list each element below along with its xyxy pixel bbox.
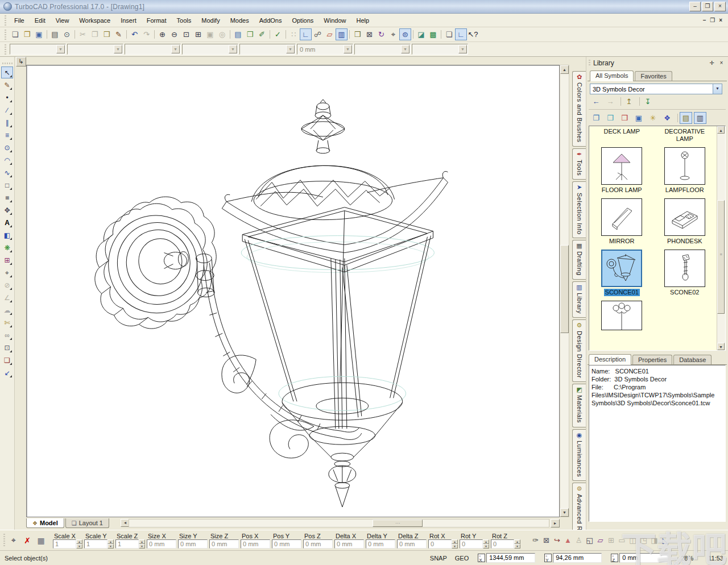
- symbol-item-floor-lamp[interactable]: FLOOR LAMP: [590, 146, 653, 197]
- add-symbol-button[interactable]: ❖: [661, 112, 673, 124]
- forward-button[interactable]: →: [604, 95, 617, 107]
- chevron-down-icon[interactable]: ▼: [713, 84, 722, 94]
- symbol-item-mirror[interactable]: MIRROR: [590, 197, 653, 248]
- solid-3d-tool[interactable]: ■: [1, 192, 13, 203]
- field-input[interactable]: 0: [491, 539, 514, 549]
- menu-item[interactable]: Workspace: [74, 15, 115, 26]
- new-view-button[interactable]: ❏: [443, 28, 455, 40]
- drawing-canvas[interactable]: [26, 65, 560, 517]
- corner-button[interactable]: ◳: [638, 534, 649, 546]
- folder-up-button[interactable]: ↥: [623, 95, 635, 107]
- library-scroll-thumb[interactable]: ≡: [717, 200, 725, 314]
- import-button[interactable]: ↧: [642, 95, 654, 107]
- pen-3d-button[interactable]: ✑: [530, 534, 541, 546]
- scroll-up-icon[interactable]: ▲: [560, 65, 569, 74]
- symbol-item-lampfloor[interactable]: LAMPFLOOR: [653, 146, 717, 197]
- format-painter-button[interactable]: ✎: [113, 28, 125, 40]
- select-frame-tool[interactable]: ⊡: [1, 342, 13, 354]
- spline-tool[interactable]: ∿: [1, 167, 13, 178]
- properties-button[interactable]: ▤: [232, 28, 244, 40]
- tab-all-symbols[interactable]: All Symbols: [590, 70, 634, 81]
- zoom-window-button[interactable]: ⊡: [180, 28, 192, 40]
- edit-polygon-button[interactable]: ◺: [660, 534, 671, 546]
- spinner[interactable]: ▲▼: [139, 539, 145, 549]
- zoom-in-button[interactable]: ⊕: [156, 28, 168, 40]
- field-input[interactable]: 0 mm: [209, 539, 239, 549]
- print-button[interactable]: ▤: [49, 28, 61, 40]
- stack-copy-tool[interactable]: ❏: [1, 354, 13, 366]
- symbol-item-scone02[interactable]: SCONE02: [653, 248, 717, 300]
- workplane-axis-button[interactable]: ↳: [16, 57, 26, 67]
- zoom-extents-button[interactable]: ⊞: [192, 28, 204, 40]
- symbol-item-phondesk[interactable]: PHONDESK: [653, 197, 717, 248]
- undo-button[interactable]: ↶: [129, 28, 140, 40]
- snap-toggle[interactable]: SNAP: [430, 555, 447, 562]
- multiline-tool[interactable]: ≡: [1, 129, 13, 141]
- new-file-button[interactable]: ❏: [9, 28, 21, 40]
- box-edit-button[interactable]: ◱: [584, 534, 595, 546]
- line-tool[interactable]: ∕: [1, 104, 13, 116]
- cube-snap-button[interactable]: ⊠: [541, 534, 552, 546]
- select-tool[interactable]: ↖: [1, 67, 13, 78]
- tab-drafting[interactable]: ▦ Drafting: [572, 240, 586, 280]
- mirror-frame-button[interactable]: ◫: [627, 534, 638, 546]
- tab-layout-1[interactable]: ❏ Layout 1: [65, 518, 109, 528]
- pen-tool-button[interactable]: ✐: [256, 28, 268, 40]
- surface-tool[interactable]: ☁: [1, 304, 13, 316]
- light-drag-button[interactable]: ▩: [427, 28, 439, 40]
- font-combo[interactable]: ▼: [412, 44, 468, 55]
- field-input[interactable]: 0 mm: [178, 539, 208, 549]
- open-file-button[interactable]: ❐: [21, 28, 33, 40]
- minimize-button[interactable]: –: [689, 2, 701, 11]
- render-mode-button[interactable]: ⊜: [399, 28, 411, 40]
- chevron-down-icon[interactable]: ▼: [286, 45, 295, 53]
- arc-edit-button[interactable]: ↪: [552, 534, 562, 546]
- symbol-item-sconce01[interactable]: SCONCE01: [590, 248, 653, 300]
- menu-item[interactable]: AddOns: [254, 15, 287, 26]
- redline-tool[interactable]: ↙: [1, 367, 13, 379]
- tab-database[interactable]: Database: [673, 355, 712, 364]
- snap-magnet-button[interactable]: ☍: [312, 28, 324, 40]
- chevron-down-icon[interactable]: ▼: [171, 45, 180, 53]
- field-input[interactable]: 1: [53, 539, 76, 549]
- canvas-horizontal-scrollbar[interactable]: ⋯: [129, 519, 549, 527]
- deform-button[interactable]: ▱: [595, 534, 606, 546]
- tab-materials[interactable]: ◩ Materials: [572, 384, 586, 427]
- layer-combo[interactable]: ▼: [67, 44, 123, 55]
- geo-toggle[interactable]: GEO: [455, 555, 469, 562]
- menu-item[interactable]: Edit: [30, 15, 51, 26]
- point-tool[interactable]: •: [1, 92, 13, 103]
- ortho-mode-button[interactable]: ∟: [300, 28, 312, 40]
- paste-button[interactable]: ❒: [101, 28, 113, 40]
- symbol-list-scrollbar[interactable]: ▲ ≡ ▼: [717, 126, 725, 350]
- field-input[interactable]: 0 mm: [397, 539, 427, 549]
- names-view-toggle[interactable]: ▥: [694, 112, 706, 124]
- mdi-minimize-button[interactable]: –: [703, 17, 706, 23]
- workplane-by-axis-button[interactable]: ∟: [455, 28, 467, 40]
- field-input[interactable]: 0 mm: [366, 539, 395, 549]
- brush-combo[interactable]: ▼: [182, 44, 238, 55]
- new-folder-button[interactable]: ❐: [590, 112, 602, 124]
- snap-grid-button[interactable]: ∷: [288, 28, 300, 40]
- field-input[interactable]: 0 mm: [272, 539, 301, 549]
- restore-button[interactable]: ❐: [702, 2, 713, 11]
- field-input[interactable]: 0 mm: [334, 539, 364, 549]
- prism-button[interactable]: ▲: [562, 534, 573, 546]
- save-book-button[interactable]: ▣: [632, 112, 645, 124]
- graph-palette-button[interactable]: ▥: [336, 28, 348, 40]
- field-input[interactable]: 0: [428, 539, 452, 549]
- cut-button[interactable]: ✂: [77, 28, 89, 40]
- linestyle-combo[interactable]: ▼: [354, 44, 411, 55]
- camera-move-button[interactable]: ⌖: [387, 28, 399, 40]
- category-dropdown[interactable]: 3D Symbols Decor ▼: [590, 84, 722, 94]
- field-input[interactable]: 0 mm: [147, 539, 176, 549]
- workplane-button[interactable]: ▱: [324, 28, 336, 40]
- frame-button[interactable]: ▭: [617, 534, 627, 546]
- color-combo[interactable]: ▼: [125, 44, 181, 55]
- spell-check-button[interactable]: ✓: [272, 28, 284, 40]
- text-tool[interactable]: A: [1, 217, 13, 229]
- back-button[interactable]: ←: [590, 95, 602, 107]
- spinner[interactable]: ▲▼: [483, 539, 489, 549]
- box-3d-tool[interactable]: □: [1, 179, 13, 191]
- menu-item[interactable]: File: [9, 15, 30, 26]
